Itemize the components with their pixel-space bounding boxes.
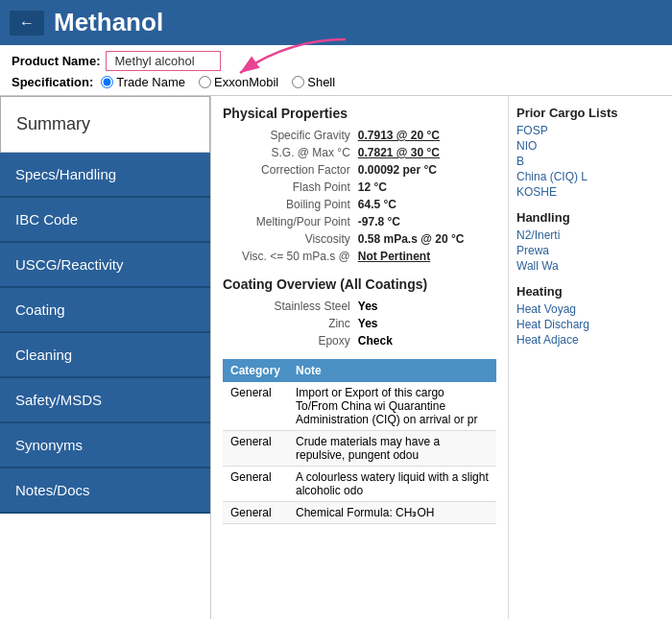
table-row: Visc. <= 50 mPa.s @ Not Pertinent <box>223 248 496 265</box>
table-row: Correction Factor 0.00092 per °C <box>223 161 496 179</box>
table-row: S.G. @ Max °C 0.7821 @ 30 °C <box>223 144 496 161</box>
notes-col-category: Category <box>223 359 288 382</box>
table-row: General Crude materials may have a repul… <box>223 431 496 467</box>
handling-section: Handling N2/Inerti Prewa Wall Wa <box>516 210 664 273</box>
prop-label: Boiling Point <box>223 196 354 213</box>
sidebar-item-notes-docs[interactable]: Notes/Docs <box>0 468 210 514</box>
sidebar-item-uscg-reactivity[interactable]: USCG/Reactivity <box>0 243 210 288</box>
coating-value: Yes <box>354 298 496 315</box>
product-name-value[interactable]: Methyl alcohol <box>106 51 221 71</box>
list-item: N2/Inerti <box>516 228 664 242</box>
spec-label: Specification: <box>12 75 93 89</box>
page-title: Methanol <box>54 8 163 37</box>
spec-shell[interactable]: Shell <box>292 75 335 89</box>
coating-label: Stainless Steel <box>223 298 354 315</box>
note-text: A colourless watery liquid with a slight… <box>288 467 496 502</box>
sidebar-item-cleaning[interactable]: Cleaning <box>0 333 210 378</box>
prop-label: Viscosity <box>223 230 354 248</box>
list-item: KOSHE <box>516 185 664 199</box>
product-name-label: Product Name: <box>12 54 100 68</box>
table-row: Stainless Steel Yes <box>223 298 496 315</box>
heating-section: Heating Heat Voyag Heat Discharg Heat Ad… <box>516 284 664 347</box>
prop-value: 0.7821 @ 30 °C <box>354 144 496 161</box>
coating-label: Zinc <box>223 315 354 332</box>
list-item: Heat Voyag <box>516 302 664 316</box>
physical-props-table: Specific Gravity 0.7913 @ 20 °C S.G. @ M… <box>223 127 496 265</box>
sidebar-item-summary[interactable]: Summary <box>0 96 210 153</box>
content-area: Physical Properties Specific Gravity 0.7… <box>211 96 672 619</box>
table-row: Melting/Pour Point -97.8 °C <box>223 213 496 230</box>
coating-overview-title: Coating Overview (All Coatings) <box>223 276 496 292</box>
list-item: Heat Discharg <box>516 318 664 331</box>
table-row: Zinc Yes <box>223 315 496 332</box>
prop-value: 64.5 °C <box>354 196 496 213</box>
note-text: Import or Export of this cargo To/From C… <box>288 382 496 431</box>
prop-label: S.G. @ Max °C <box>223 144 354 161</box>
list-item: China (CIQ) L <box>516 170 664 183</box>
sidebar-item-coating[interactable]: Coating <box>0 288 210 333</box>
sidebar-item-ibc-code[interactable]: IBC Code <box>0 198 210 243</box>
prop-label: Flash Point <box>223 179 354 196</box>
sidebar-item-synonyms[interactable]: Synonyms <box>0 423 210 468</box>
prop-value: Not Pertinent <box>354 248 496 265</box>
table-row: Epoxy Check <box>223 332 496 349</box>
list-item: NIO <box>516 139 664 153</box>
prop-value: 0.7913 @ 20 °C <box>354 127 496 144</box>
list-item: Wall Wa <box>516 259 664 273</box>
sidebar-item-specs-handling[interactable]: Specs/Handling <box>0 153 210 198</box>
prop-label: Visc. <= 50 mPa.s @ <box>223 248 354 265</box>
table-row: Boiling Point 64.5 °C <box>223 196 496 213</box>
table-row: General A colourless watery liquid with … <box>223 467 496 502</box>
table-row: General Chemical Formula: CH₃OH <box>223 502 496 524</box>
list-item: Prewa <box>516 244 664 257</box>
spec-trade-name[interactable]: Trade Name <box>101 75 185 89</box>
sidebar: Summary Specs/Handling IBC Code USCG/Rea… <box>0 96 211 619</box>
prop-value: 12 °C <box>354 179 496 196</box>
prop-value: -97.8 °C <box>354 213 496 230</box>
heating-title: Heating <box>516 284 664 299</box>
note-text: Crude materials may have a repulsive, pu… <box>288 431 496 467</box>
header-bar: ← Methanol <box>0 0 672 45</box>
notes-col-note: Note <box>288 359 496 382</box>
sidebar-item-safety-msds[interactable]: Safety/MSDS <box>0 378 210 423</box>
table-row: Viscosity 0.58 mPa.s @ 20 °C <box>223 230 496 248</box>
table-row: Flash Point 12 °C <box>223 179 496 196</box>
prior-cargo-section: Prior Cargo Lists FOSP NIO B China (CIQ)… <box>516 106 664 199</box>
prop-value: 0.00092 per °C <box>354 161 496 179</box>
note-category: General <box>223 502 288 524</box>
note-text: Chemical Formula: CH₃OH <box>288 502 496 524</box>
list-item: B <box>516 155 664 168</box>
spec-exxonmobil[interactable]: ExxonMobil <box>199 75 278 89</box>
coating-value: Check <box>354 332 496 349</box>
product-bar: Product Name: Methyl alcohol Specificati… <box>0 45 672 96</box>
spec-radio-group: Trade Name ExxonMobil Shell <box>101 75 335 89</box>
middle-column: Physical Properties Specific Gravity 0.7… <box>211 96 509 619</box>
list-item: Heat Adjace <box>516 333 664 347</box>
note-category: General <box>223 467 288 502</box>
note-category: General <box>223 431 288 467</box>
prop-label: Specific Gravity <box>223 127 354 144</box>
back-button[interactable]: ← <box>10 11 44 36</box>
prop-label: Correction Factor <box>223 161 354 179</box>
prop-label: Melting/Pour Point <box>223 213 354 230</box>
table-row: Specific Gravity 0.7913 @ 20 °C <box>223 127 496 144</box>
main-layout: Summary Specs/Handling IBC Code USCG/Rea… <box>0 96 672 619</box>
physical-props-title: Physical Properties <box>223 106 496 121</box>
right-column: Prior Cargo Lists FOSP NIO B China (CIQ)… <box>509 96 672 619</box>
coating-label: Epoxy <box>223 332 354 349</box>
prior-cargo-title: Prior Cargo Lists <box>516 106 664 120</box>
table-row: General Import or Export of this cargo T… <box>223 382 496 431</box>
coating-value: Yes <box>354 315 496 332</box>
handling-title: Handling <box>516 210 664 225</box>
notes-table: Category Note General Import or Export o… <box>223 359 496 524</box>
list-item: FOSP <box>516 124 664 137</box>
note-category: General <box>223 382 288 431</box>
coating-overview-table: Stainless Steel Yes Zinc Yes Epoxy Check <box>223 298 496 349</box>
prop-value: 0.58 mPa.s @ 20 °C <box>354 230 496 248</box>
